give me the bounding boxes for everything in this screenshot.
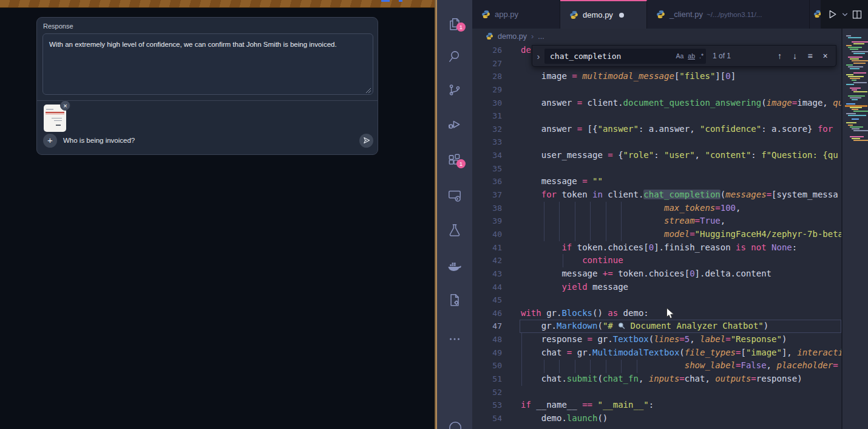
code-line[interactable]: 44 yield message: [472, 281, 841, 294]
find-previous-button[interactable]: ↑: [772, 51, 787, 61]
code-line[interactable]: 28 image = multimodal_message["files"][0…: [472, 70, 841, 83]
sidebar-item-more[interactable]: [447, 331, 463, 347]
line-number[interactable]: 49: [472, 346, 502, 360]
line-number[interactable]: 26: [472, 44, 502, 57]
line-number[interactable]: 45: [472, 293, 502, 307]
send-button[interactable]: [359, 134, 373, 148]
code-line[interactable]: 54 demo.launch(): [472, 412, 841, 425]
chevron-down-icon[interactable]: [841, 11, 849, 18]
find-next-button[interactable]: ↓: [787, 51, 802, 61]
code-line[interactable]: 35: [472, 162, 841, 176]
code-line[interactable]: 38 max_tokens=100,: [472, 202, 841, 215]
line-number[interactable]: 48: [472, 333, 502, 346]
find-expand-toggle[interactable]: ›: [532, 51, 544, 61]
sidebar-item-remote-explorer[interactable]: [447, 188, 463, 204]
code-line[interactable]: 55: [472, 425, 841, 429]
minimap[interactable]: [841, 29, 868, 429]
line-number[interactable]: 33: [472, 136, 502, 149]
code-line[interactable]: 48 response = gr.Textbox(lines=5, label=…: [472, 333, 841, 346]
code-line[interactable]: 31: [472, 109, 841, 123]
code-line[interactable]: 32 answer = [{"answer": a.answer, "confi…: [472, 123, 841, 136]
find-query[interactable]: chat_completion: [550, 52, 671, 61]
code-line[interactable]: 41 if token.choices[0].finish_reason is …: [472, 241, 841, 255]
find-input[interactable]: chat_completion Aa ab .*: [544, 49, 706, 64]
line-number[interactable]: 41: [472, 241, 502, 255]
line-number[interactable]: 44: [472, 281, 502, 294]
code-line[interactable]: 40 model="HuggingFaceH4/zephyr-7b-beta: [472, 228, 841, 241]
line-number[interactable]: 46: [472, 307, 502, 320]
sidebar-item-testing[interactable]: [447, 222, 463, 238]
add-file-button[interactable]: +: [43, 134, 57, 148]
code-line[interactable]: 49 chat = gr.MultimodalTextbox(file_type…: [472, 346, 841, 360]
sidebar-item-docker[interactable]: [447, 258, 463, 273]
sidebar-item-search[interactable]: [447, 49, 463, 64]
code-line[interactable]: 47 gr.Markdown("# Document Analyzer Chat…: [472, 320, 841, 333]
line-number[interactable]: 55: [472, 425, 502, 429]
code-line[interactable]: 39 stream=True,: [472, 214, 841, 228]
response-textarea[interactable]: With an extremely high level of confiden…: [42, 33, 373, 95]
breadcrumb-symbol[interactable]: ...: [538, 32, 544, 41]
code-line[interactable]: 36 message = "": [472, 175, 841, 188]
line-number[interactable]: 50: [472, 359, 502, 372]
line-number[interactable]: 30: [472, 97, 502, 110]
line-number[interactable]: 54: [472, 412, 502, 425]
line-number[interactable]: 52: [472, 386, 502, 399]
code-text: message = "": [502, 175, 603, 188]
line-number[interactable]: 34: [472, 149, 502, 162]
tab-client-py[interactable]: _client.py ~/.../python3.11/...: [647, 0, 810, 29]
line-number[interactable]: 28: [472, 70, 502, 83]
line-number[interactable]: 35: [472, 162, 502, 176]
code-line[interactable]: 53if __name__ == "__main__":: [472, 399, 841, 412]
code-text: if __name__ == "__main__":: [502, 399, 654, 412]
line-number[interactable]: 39: [472, 214, 502, 228]
tab-app-py[interactable]: app.py: [472, 0, 560, 29]
code-line[interactable]: 51 chat.submit(chat_fn, inputs=chat, out…: [472, 372, 841, 386]
resize-handle-icon[interactable]: [365, 88, 371, 94]
sidebar-item-account[interactable]: [447, 420, 463, 429]
code-line[interactable]: 43 message += token.choices[0].delta.con…: [472, 267, 841, 281]
split-editor-button[interactable]: [852, 10, 862, 19]
line-number[interactable]: 38: [472, 202, 502, 215]
extensions-badge: 1: [456, 159, 466, 168]
modified-dot[interactable]: [619, 13, 624, 18]
match-case-toggle[interactable]: Aa: [676, 52, 683, 60]
find-in-selection-button[interactable]: ≡: [802, 51, 818, 61]
line-number[interactable]: 31: [472, 109, 502, 123]
regex-toggle[interactable]: .*: [699, 52, 704, 60]
code-line[interactable]: 33: [472, 136, 841, 149]
code-line[interactable]: 34 user_message = {"role": "user", "cont…: [472, 149, 841, 162]
code-line[interactable]: 46with gr.Blocks() as demo:: [472, 307, 841, 320]
tab-demo-py[interactable]: demo.py: [560, 0, 647, 29]
line-number[interactable]: 53: [472, 399, 502, 412]
code-line[interactable]: 30 answer = client.document_question_ans…: [472, 97, 841, 110]
whole-word-toggle[interactable]: ab: [688, 52, 695, 60]
chatbot-card: Response With an extremely high level of…: [36, 17, 378, 155]
remove-attachment-button[interactable]: ×: [60, 100, 70, 111]
line-number[interactable]: 42: [472, 254, 502, 267]
line-number[interactable]: 51: [472, 372, 502, 386]
breadcrumb-file[interactable]: demo.py: [498, 32, 527, 41]
ellipsis-icon: [447, 331, 463, 347]
line-number[interactable]: 32: [472, 123, 502, 136]
code-lines[interactable]: 26def2728 image = multimodal_message["fi…: [472, 44, 841, 429]
code-line[interactable]: 45: [472, 293, 841, 307]
code-line[interactable]: 37 for token in client.chat_completion(m…: [472, 188, 841, 202]
find-close-button[interactable]: ×: [818, 51, 833, 61]
line-number[interactable]: 36: [472, 175, 502, 188]
line-number[interactable]: 47: [472, 320, 502, 333]
code-line[interactable]: 52: [472, 386, 841, 399]
line-number[interactable]: 37: [472, 188, 502, 202]
sidebar-item-task-file[interactable]: [447, 292, 463, 308]
line-number[interactable]: 40: [472, 228, 502, 241]
run-button[interactable]: [827, 9, 838, 19]
code-line[interactable]: 50 show_label=False, placeholder=: [472, 359, 841, 372]
code-line[interactable]: 29: [472, 83, 841, 97]
line-number[interactable]: 27: [472, 57, 502, 70]
sidebar-item-source-control[interactable]: [447, 82, 463, 98]
code-line[interactable]: 42 continue: [472, 254, 841, 267]
code-text: model="HuggingFaceH4/zephyr-7b-beta: [502, 228, 841, 241]
line-number[interactable]: 29: [472, 83, 502, 97]
sidebar-item-run-debug[interactable]: [447, 117, 463, 132]
line-number[interactable]: 43: [472, 267, 502, 281]
chat-input-text[interactable]: Who is being invoiced?: [63, 134, 135, 148]
